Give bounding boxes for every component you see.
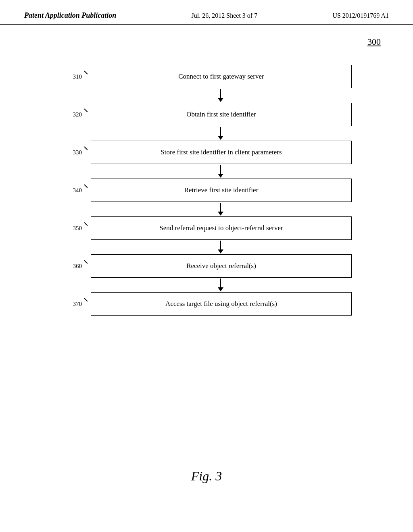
flow-arrow-1 [61,126,352,141]
step-box-340: Retrieve first site identifier [91,179,352,202]
arrow-down-icon [218,127,223,140]
flow-arrow-5 [61,278,352,292]
step-id-text: 360 [73,263,82,270]
flow-step-330: 330⸌Store first site identifier in clien… [61,141,352,164]
flow-step-350: 350⸌Send referral request to object-refe… [61,216,352,240]
arrow-shaft [220,241,221,249]
arrow-down-icon [218,203,223,216]
step-id-text: 340 [73,187,82,194]
bracket-icon: ⸌ [83,145,88,160]
arrow-head [218,212,223,216]
step-id-text: 310 [73,73,82,80]
flow-step-370: 370⸌Access target file using object refe… [61,292,352,316]
flow-arrow-3 [61,202,352,216]
arrow-shaft [220,203,221,212]
flow-step-320: 320⸌Obtain first site identifier [61,103,352,126]
flow-step-340: 340⸌Retrieve first site identifier [61,179,352,202]
publication-date-sheet: Jul. 26, 2012 Sheet 3 of 7 [192,12,258,19]
arrow-shaft [220,278,221,287]
flow-step-360: 360⸌Receive object referral(s) [61,254,352,278]
arrow-shaft [220,89,221,98]
arrow-down-icon [218,89,223,102]
step-label-310: 310⸌ [61,71,88,82]
step-label-330: 330⸌ [61,147,88,158]
arrow-down-icon [218,278,223,291]
step-id-text: 370 [73,301,82,308]
step-label-350: 350⸌ [61,223,88,233]
step-label-370: 370⸌ [61,299,88,309]
arrow-shaft [220,127,221,136]
diagram-number: 300 [367,37,381,47]
step-box-320: Obtain first site identifier [91,103,352,126]
bracket-icon: ⸌ [83,69,88,84]
step-box-350: Send referral request to object-referral… [91,216,352,240]
flow-arrow-2 [61,164,352,179]
bracket-icon: ⸌ [83,297,88,311]
flow-arrow-0 [61,88,352,103]
publication-number: US 2012/0191769 A1 [332,12,389,19]
figure-caption: Fig. 3 [191,469,222,484]
arrow-head [218,249,223,254]
diagram-container: 300 310⸌Connect to first gateway server … [0,25,413,332]
step-id-text: 330 [73,149,82,156]
arrow-head [218,136,223,140]
step-box-360: Receive object referral(s) [91,254,352,278]
step-id-text: 350 [73,225,82,232]
step-label-340: 340⸌ [61,185,88,195]
arrow-down-icon [218,241,223,254]
bracket-icon: ⸌ [83,107,88,122]
arrow-head [218,174,223,178]
flow-arrow-4 [61,240,352,254]
arrow-down-icon [218,165,223,178]
step-id-text: 320 [73,111,82,118]
step-label-360: 360⸌ [61,261,88,271]
flowchart: 310⸌Connect to first gateway server 320⸌… [61,65,352,316]
publication-title: Patent Application Publication [24,11,116,20]
flow-step-310: 310⸌Connect to first gateway server [61,65,352,88]
step-box-310: Connect to first gateway server [91,65,352,88]
step-box-330: Store first site identifier in client pa… [91,141,352,164]
page-header: Patent Application Publication Jul. 26, … [0,0,413,25]
bracket-icon: ⸌ [83,259,88,273]
arrow-head [218,287,223,291]
bracket-icon: ⸌ [83,221,88,235]
arrow-head [218,98,223,102]
step-box-370: Access target file using object referral… [91,292,352,316]
step-label-320: 320⸌ [61,109,88,120]
bracket-icon: ⸌ [83,183,88,197]
arrow-shaft [220,165,221,174]
